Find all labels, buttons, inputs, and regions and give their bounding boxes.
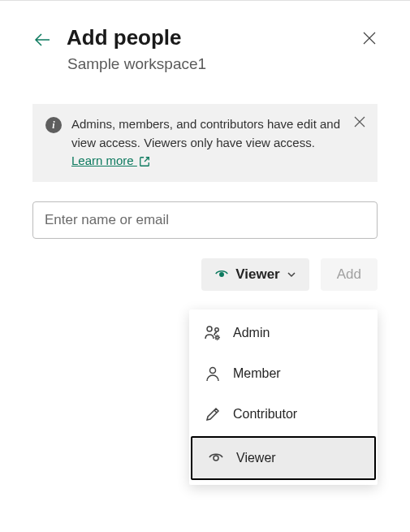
viewer-icon xyxy=(207,449,225,467)
external-link-icon xyxy=(139,156,150,167)
svg-point-1 xyxy=(207,327,212,331)
member-icon xyxy=(204,365,222,383)
chevron-down-icon xyxy=(287,270,296,279)
role-option-viewer[interactable]: Viewer xyxy=(191,436,376,480)
add-button-label: Add xyxy=(337,266,361,282)
dialog-header: Add people xyxy=(32,25,378,50)
dismiss-banner-icon[interactable] xyxy=(353,115,366,128)
role-option-label: Member xyxy=(233,366,281,381)
svg-point-4 xyxy=(210,368,216,374)
learn-more-link[interactable]: Learn more xyxy=(71,154,150,167)
svg-point-0 xyxy=(220,272,224,276)
role-dropdown-button[interactable]: Viewer xyxy=(201,258,309,291)
svg-point-3 xyxy=(216,336,218,339)
name-email-input[interactable] xyxy=(32,201,378,239)
info-text: Admins, members, and contributors have e… xyxy=(71,115,365,171)
admin-icon xyxy=(204,324,222,342)
role-option-label: Admin xyxy=(233,326,270,340)
action-row: Viewer Add xyxy=(32,258,378,291)
back-arrow-icon[interactable] xyxy=(32,27,52,50)
add-button[interactable]: Add xyxy=(321,258,378,291)
close-icon[interactable] xyxy=(361,30,378,46)
role-dropdown-menu: Admin Member Contributor Viewer xyxy=(189,309,378,485)
role-option-contributor[interactable]: Contributor xyxy=(189,394,378,435)
dialog-title: Add people xyxy=(67,25,182,50)
role-option-admin[interactable]: Admin xyxy=(189,313,378,353)
info-icon: i xyxy=(45,117,62,133)
workspace-subtitle: Sample workspace1 xyxy=(67,55,378,73)
learn-more-text: Learn more xyxy=(71,154,137,167)
info-banner: i Admins, members, and contributors have… xyxy=(32,104,378,182)
info-message: Admins, members, and contributors have e… xyxy=(71,117,340,149)
contributor-icon xyxy=(204,405,222,423)
role-selected-label: Viewer xyxy=(235,266,280,283)
role-option-member[interactable]: Member xyxy=(189,353,378,394)
viewer-eye-icon xyxy=(214,267,229,282)
role-option-label: Contributor xyxy=(233,407,297,422)
role-option-label: Viewer xyxy=(236,451,276,465)
svg-point-5 xyxy=(214,456,218,461)
svg-point-2 xyxy=(215,328,218,331)
